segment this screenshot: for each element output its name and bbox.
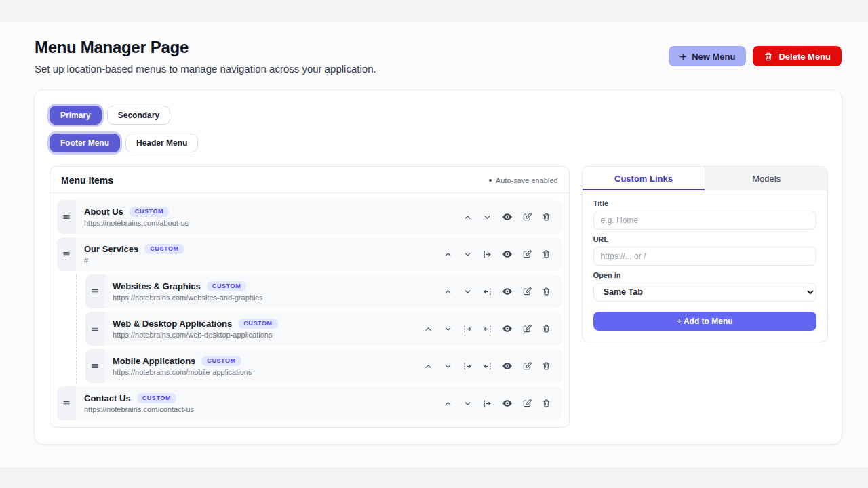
header-actions: + New Menu Delete Menu <box>669 46 842 66</box>
menu-items-title: Menu Items <box>61 175 113 186</box>
indent-button[interactable] <box>480 247 495 262</box>
edit-button[interactable] <box>519 284 534 299</box>
menu-item-row: Websites & GraphicsCUSTOMhttps://notebra… <box>85 274 562 308</box>
menu-items-list: About UsCUSTOMhttps://notebrains.com/abo… <box>50 193 569 427</box>
menu-location-header-menu[interactable]: Header Menu <box>125 134 198 152</box>
add-to-menu-button[interactable]: + Add to Menu <box>593 312 816 331</box>
drag-handle-icon[interactable] <box>57 237 76 271</box>
title-input[interactable] <box>593 211 816 230</box>
delete-button[interactable] <box>539 209 554 224</box>
menu-item-url: https://notebrains.com/mobile-applicatio… <box>113 368 421 376</box>
visibility-button[interactable] <box>500 247 515 262</box>
menu-location-selector: Footer MenuHeader Menu <box>50 134 828 152</box>
edit-button[interactable] <box>519 359 534 373</box>
link-panel-tabs: Custom LinksModels <box>583 167 827 190</box>
menu-items-header: Menu Items Auto-save enabled <box>50 167 569 193</box>
menu-item-row: About UsCUSTOMhttps://notebrains.com/abo… <box>57 200 562 234</box>
menu-item-row: Our ServicesCUSTOM# <box>57 237 562 271</box>
menu-item-title: Websites & Graphics <box>113 281 201 291</box>
move-up-button[interactable] <box>441 284 456 299</box>
menu-item-body: Our ServicesCUSTOM# <box>76 237 441 271</box>
move-down-button[interactable] <box>480 209 495 224</box>
delete-button[interactable] <box>539 247 554 262</box>
visibility-button[interactable] <box>500 359 515 373</box>
move-up-button[interactable] <box>421 359 436 373</box>
menu-item-row: Contact UsCUSTOMhttps://notebrains.com/c… <box>57 386 562 420</box>
menu-item-body: Web & Desktop ApplicationsCUSTOMhttps://… <box>104 312 421 346</box>
menu-item-url: https://notebrains.com/websites-and-grap… <box>113 293 441 302</box>
drag-handle-icon[interactable] <box>85 274 104 308</box>
edit-button[interactable] <box>519 321 534 336</box>
drag-handle-icon[interactable] <box>85 312 104 346</box>
new-menu-button[interactable]: + New Menu <box>669 46 746 66</box>
move-down-button[interactable] <box>460 284 475 299</box>
title-field-label: Title <box>593 199 816 207</box>
drag-handle-icon[interactable] <box>57 200 76 234</box>
menu-manager-card: PrimarySecondary Footer MenuHeader Menu … <box>34 89 842 445</box>
drag-handle-icon[interactable] <box>85 349 104 383</box>
main-content: Menu Manager Page Set up location-based … <box>0 22 868 468</box>
tab-models[interactable]: Models <box>705 167 827 190</box>
page-header: Menu Manager Page Set up location-based … <box>0 22 868 75</box>
move-up-button[interactable] <box>421 321 436 336</box>
top-edge-strip <box>0 0 868 22</box>
menu-item-url: https://notebrains.com/about-us <box>84 219 460 227</box>
menu-item-url: https://notebrains.com/web-desktop-appli… <box>113 331 421 339</box>
tab-custom-links[interactable]: Custom Links <box>583 167 705 190</box>
indent-button[interactable] <box>480 396 495 411</box>
visibility-button[interactable] <box>500 209 515 224</box>
url-input[interactable] <box>593 247 816 266</box>
menu-type-secondary[interactable]: Secondary <box>107 106 170 125</box>
menu-item-title: About Us <box>84 207 123 217</box>
menu-item-row: Web & Desktop ApplicationsCUSTOMhttps://… <box>85 312 562 346</box>
move-down-button[interactable] <box>441 321 456 336</box>
move-up-button[interactable] <box>441 247 456 262</box>
edit-button[interactable] <box>519 247 534 262</box>
move-up-button[interactable] <box>441 396 456 411</box>
visibility-button[interactable] <box>500 321 515 336</box>
menu-type-primary[interactable]: Primary <box>50 106 102 125</box>
menu-item-row: Mobile ApplicationsCUSTOMhttps://notebra… <box>85 349 562 383</box>
delete-menu-button[interactable]: Delete Menu <box>753 46 842 66</box>
indent-button[interactable] <box>460 359 475 373</box>
page-subtitle: Set up location-based menus to manage na… <box>35 63 376 75</box>
open-in-field-label: Open in <box>593 271 816 279</box>
status-dot-icon <box>489 179 492 182</box>
menu-items-panel: Menu Items Auto-save enabled About UsCUS… <box>50 166 570 428</box>
visibility-button[interactable] <box>500 396 515 411</box>
move-down-button[interactable] <box>441 359 456 373</box>
custom-badge: CUSTOM <box>144 244 184 254</box>
menu-item-body: About UsCUSTOMhttps://notebrains.com/abo… <box>76 200 460 234</box>
menu-item-actions <box>441 237 562 271</box>
trash-icon <box>764 52 773 62</box>
delete-button[interactable] <box>539 321 554 336</box>
menu-type-selector: PrimarySecondary <box>50 106 828 125</box>
move-down-button[interactable] <box>460 247 475 262</box>
edit-button[interactable] <box>519 209 534 224</box>
menu-item-title: Web & Desktop Applications <box>113 319 232 329</box>
edit-button[interactable] <box>519 396 534 411</box>
move-down-button[interactable] <box>460 396 475 411</box>
menu-item-actions <box>421 312 562 346</box>
open-in-select[interactable]: Same Tab <box>593 283 816 302</box>
outdent-button[interactable] <box>480 321 495 336</box>
submenu-group: Websites & GraphicsCUSTOMhttps://notebra… <box>76 274 562 383</box>
indent-button[interactable] <box>460 321 475 336</box>
outdent-button[interactable] <box>480 284 495 299</box>
menu-item-actions <box>421 349 562 383</box>
outdent-button[interactable] <box>480 359 495 373</box>
delete-button[interactable] <box>539 396 554 411</box>
menu-item-actions <box>441 386 562 420</box>
delete-button[interactable] <box>539 359 554 373</box>
drag-handle-icon[interactable] <box>57 386 76 420</box>
custom-badge: CUSTOM <box>207 281 246 291</box>
visibility-button[interactable] <box>500 284 515 299</box>
menu-location-footer-menu[interactable]: Footer Menu <box>50 134 120 152</box>
delete-button[interactable] <box>539 284 554 299</box>
move-up-button[interactable] <box>460 209 475 224</box>
page-title: Menu Manager Page <box>35 38 376 57</box>
custom-badge: CUSTOM <box>201 356 241 366</box>
menu-item-title: Our Services <box>84 244 138 254</box>
menu-item-url: https://notebrains.com/contact-us <box>84 405 441 413</box>
custom-badge: CUSTOM <box>130 207 169 217</box>
